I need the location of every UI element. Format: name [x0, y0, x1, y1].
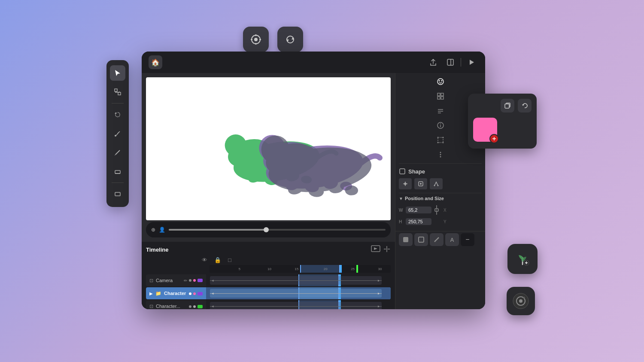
tool-brush[interactable] — [110, 145, 125, 160]
lock-track-icon[interactable]: 🔒 — [214, 257, 221, 263]
h-label: H — [399, 219, 404, 224]
svg-point-60 — [437, 142, 438, 143]
rp-icon-grid[interactable] — [434, 90, 447, 102]
svg-point-69 — [434, 185, 435, 186]
svg-rect-47 — [437, 93, 440, 96]
add-track-icon: 👤 — [159, 227, 165, 233]
bt-text[interactable]: A — [445, 233, 459, 246]
play-button[interactable] — [465, 55, 478, 69]
tool-lasso[interactable] — [110, 107, 125, 122]
timeline-split[interactable] — [383, 245, 391, 254]
svg-point-63 — [440, 154, 441, 155]
svg-point-72 — [436, 210, 437, 210]
svg-rect-65 — [400, 169, 405, 174]
ruler-10: 10 — [267, 267, 271, 271]
layout-button[interactable] — [444, 55, 457, 69]
ruler-20: 20 — [324, 267, 328, 271]
position-size-toggle[interactable]: ▼ Position and Size — [399, 196, 482, 201]
cp-undo[interactable] — [518, 99, 532, 113]
svg-rect-73 — [403, 237, 408, 242]
bt-line[interactable] — [430, 233, 444, 246]
home-button[interactable]: 🏠 — [149, 55, 162, 69]
svg-point-64 — [440, 156, 441, 158]
width-input[interactable] — [406, 207, 431, 213]
cp-copy[interactable] — [501, 99, 514, 113]
tool-select[interactable] — [110, 65, 125, 81]
bt-minus[interactable]: − — [461, 233, 474, 246]
shape-label: Shape — [408, 168, 425, 175]
position-size-label: Position and Size — [405, 196, 444, 201]
ruler-15: 15 — [295, 267, 298, 271]
svg-marker-18 — [470, 60, 474, 65]
track-character2-timeline[interactable]: ◂ ▸ — [206, 300, 391, 309]
bt-fill[interactable] — [399, 233, 413, 246]
progress-thumb[interactable] — [264, 227, 269, 232]
timeline-label: Timeline — [146, 246, 169, 253]
shape-tool-corners[interactable] — [414, 178, 427, 189]
w-label: W — [399, 208, 404, 213]
track-character2[interactable]: ⊡ Character... ◂ — [146, 300, 391, 309]
left-toolbar — [106, 60, 129, 207]
svg-line-6 — [115, 150, 120, 155]
y-axis-label: Y — [444, 219, 447, 224]
float-btn-camera[interactable] — [507, 287, 535, 315]
tool-rectangle[interactable] — [110, 186, 125, 202]
svg-point-70 — [437, 185, 439, 186]
timeline-add-clip[interactable] — [371, 245, 380, 254]
track-camera[interactable]: ⊡ Camera ✏ — [146, 274, 391, 286]
svg-rect-49 — [437, 97, 440, 99]
svg-point-35 — [261, 136, 290, 164]
rp-icon-list[interactable] — [434, 105, 447, 117]
rp-icon-info[interactable] — [434, 119, 447, 131]
lock-constraint[interactable] — [433, 204, 442, 216]
visibility-icon[interactable]: 👁 — [202, 257, 207, 263]
canvas-frame[interactable] — [146, 77, 391, 220]
export-button[interactable] — [426, 55, 440, 69]
shape-header: Shape — [399, 168, 482, 175]
toolbar-divider-1 — [112, 103, 124, 103]
shape-tool-morph[interactable] — [430, 178, 443, 189]
tool-paint[interactable] — [110, 126, 125, 141]
svg-rect-74 — [419, 237, 424, 242]
svg-rect-16 — [447, 59, 453, 65]
height-input[interactable] — [406, 218, 431, 225]
shape-section: Shape — [395, 164, 485, 231]
width-row: W X — [399, 204, 482, 216]
ruler-5: 5 — [239, 267, 240, 271]
tool-transform[interactable] — [110, 84, 125, 100]
x-axis-label: X — [444, 208, 447, 213]
svg-point-58 — [437, 137, 438, 138]
svg-point-46 — [441, 80, 442, 82]
svg-rect-48 — [441, 93, 444, 96]
color-panel — [468, 94, 537, 149]
color-swatch-red[interactable] — [489, 134, 499, 143]
app-window: 🏠 — [142, 52, 485, 309]
track-character[interactable]: ▶ 📁 Character — [146, 287, 391, 299]
svg-point-61 — [442, 142, 444, 143]
playback-bar[interactable]: ⊕ 👤 — [146, 222, 391, 237]
svg-rect-0 — [115, 89, 117, 91]
track-character-timeline[interactable]: ◂ ▸ — [206, 287, 391, 299]
svg-rect-76 — [505, 104, 509, 108]
rp-icon-palette[interactable] — [434, 76, 447, 88]
timeline-tracks: ⊡ Camera ✏ — [146, 274, 391, 309]
toolbar-divider-2 — [112, 183, 124, 183]
rp-divider-2 — [399, 193, 482, 193]
tool-eraser[interactable] — [110, 164, 125, 179]
track-camera-timeline[interactable]: ◂ ▸ — [206, 274, 391, 286]
float-btn-plant[interactable] — [507, 244, 538, 274]
height-row: H Y — [399, 218, 482, 225]
svg-rect-7 — [115, 170, 120, 173]
rp-icon-transform[interactable] — [434, 134, 447, 146]
svg-rect-50 — [441, 97, 444, 99]
color-swatch-container[interactable] — [473, 118, 497, 142]
svg-point-85 — [523, 297, 525, 298]
shape-tool-anchor[interactable] — [399, 178, 412, 189]
float-btn-target[interactable] — [243, 27, 269, 52]
bt-stroke[interactable] — [414, 233, 428, 246]
float-btn-sync[interactable] — [277, 27, 303, 52]
rp-icon-dots[interactable] — [434, 149, 447, 161]
track-character2-label: Character... — [156, 304, 180, 309]
track-audio-icon[interactable]: □ — [228, 257, 231, 263]
progress-track[interactable] — [169, 229, 386, 231]
